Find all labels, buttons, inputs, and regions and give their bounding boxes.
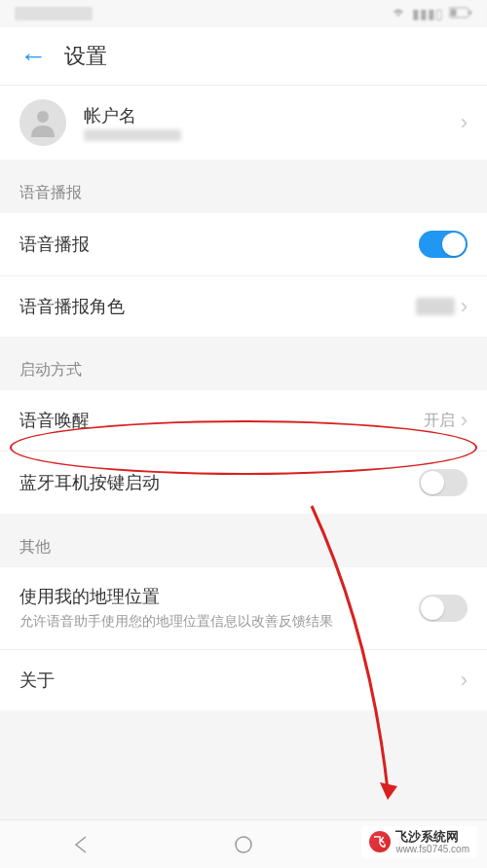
- row-voice-broadcast[interactable]: 语音播报: [0, 213, 487, 276]
- section-header-voice: 语音播报: [0, 169, 487, 213]
- row-about[interactable]: 关于 ›: [0, 650, 487, 710]
- nav-home-button[interactable]: [234, 835, 253, 854]
- section-other: 使用我的地理位置 允许语音助手使用您的地理位置信息以改善反馈结果 关于 ›: [0, 567, 487, 710]
- chevron-right-icon: ›: [461, 110, 468, 135]
- status-bar: ▮▮▮▯: [0, 0, 487, 27]
- toggle-knob: [442, 233, 466, 256]
- page-title: 设置: [64, 42, 107, 71]
- svg-point-3: [37, 111, 49, 123]
- voice-broadcast-label: 语音播报: [19, 233, 419, 256]
- svg-point-4: [236, 837, 251, 852]
- row-bluetooth-launch[interactable]: 蓝牙耳机按键启动: [0, 452, 487, 514]
- toggle-knob: [421, 597, 444, 620]
- status-left-blur: [15, 7, 93, 20]
- row-voice-wakeup[interactable]: 语音唤醒 开启 ›: [0, 390, 487, 452]
- section-header-launch: 启动方式: [0, 346, 487, 390]
- location-toggle[interactable]: [419, 595, 468, 622]
- about-label: 关于: [19, 669, 461, 692]
- voice-wakeup-label: 语音唤醒: [19, 409, 424, 432]
- chevron-right-icon: ›: [461, 294, 468, 319]
- section-voice-broadcast: 语音播报 语音播报角色 ›: [0, 213, 487, 337]
- account-name-label: 帐户名: [84, 104, 461, 127]
- account-sub-blur: [84, 129, 181, 141]
- svg-rect-2: [469, 11, 471, 15]
- svg-marker-6: [380, 782, 397, 800]
- watermark-icon: 飞: [369, 831, 391, 852]
- watermark-url: www.fs0745.com: [395, 844, 469, 854]
- voice-role-label: 语音播报角色: [19, 295, 416, 318]
- toggle-knob: [421, 471, 444, 494]
- row-voice-role[interactable]: 语音播报角色 ›: [0, 276, 487, 337]
- back-arrow-icon[interactable]: ←: [19, 41, 47, 72]
- svg-rect-1: [451, 10, 457, 17]
- chevron-right-icon: ›: [461, 668, 468, 693]
- watermark-name: 飞沙系统网: [395, 830, 469, 844]
- bluetooth-toggle[interactable]: [419, 469, 468, 496]
- account-row[interactable]: 帐户名 ›: [0, 86, 487, 160]
- battery-icon: [449, 6, 472, 21]
- location-label: 使用我的地理位置: [19, 585, 419, 608]
- avatar-icon: [19, 99, 66, 146]
- watermark: 飞 飞沙系统网 www.fs0745.com: [361, 826, 477, 858]
- section-header-other: 其他: [0, 524, 487, 567]
- location-sublabel: 允许语音助手使用您的地理位置信息以改善反馈结果: [19, 612, 419, 632]
- bluetooth-launch-label: 蓝牙耳机按键启动: [19, 471, 419, 494]
- wifi-icon: [391, 6, 406, 21]
- voice-broadcast-toggle[interactable]: [419, 231, 468, 258]
- signal-icon: ▮▮▮▯: [412, 6, 443, 21]
- nav-back-button[interactable]: [71, 835, 91, 854]
- section-launch-mode: 语音唤醒 开启 › 蓝牙耳机按键启动: [0, 390, 487, 514]
- voice-wakeup-value: 开启: [424, 411, 455, 431]
- voice-role-value-blur: [416, 298, 455, 315]
- row-location[interactable]: 使用我的地理位置 允许语音助手使用您的地理位置信息以改善反馈结果: [0, 567, 487, 650]
- header-bar: ← 设置: [0, 27, 487, 86]
- chevron-right-icon: ›: [461, 408, 468, 433]
